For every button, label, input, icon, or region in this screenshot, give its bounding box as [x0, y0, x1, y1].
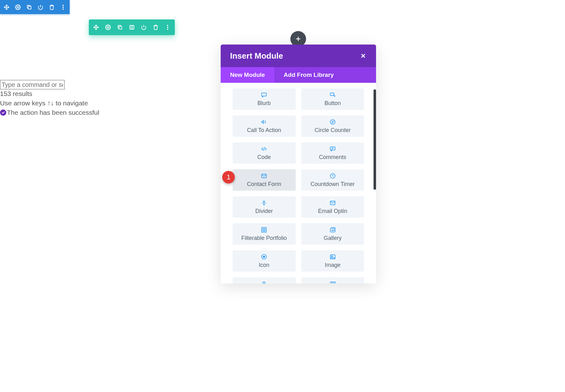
row-toolbar	[89, 19, 175, 35]
tab-new-module[interactable]: New Module	[221, 67, 274, 83]
move-icon[interactable]	[3, 4, 10, 11]
module-label: Call To Action	[247, 127, 281, 134]
svg-point-5	[107, 27, 109, 28]
results-count: 153 results	[0, 90, 32, 98]
module-label: Code	[257, 154, 271, 161]
svg-point-3	[62, 7, 64, 8]
module-label: Image	[325, 262, 341, 268]
section-toolbar	[0, 0, 70, 14]
tab-add-from-library[interactable]: Add From Library	[274, 67, 376, 83]
more-icon[interactable]	[60, 4, 67, 11]
svg-rect-14	[330, 147, 335, 150]
svg-point-10	[167, 29, 168, 30]
svg-point-8	[167, 25, 168, 26]
cursor-icon	[329, 92, 336, 98]
svg-rect-19	[265, 227, 266, 229]
module-comments[interactable]: Comments	[301, 142, 364, 164]
module-login[interactable]: Login	[233, 277, 296, 283]
module-label: Icon	[259, 262, 269, 268]
svg-point-0	[17, 6, 19, 8]
chat-icon	[261, 92, 267, 98]
svg-point-4	[62, 8, 64, 10]
image-icon	[329, 254, 336, 260]
duplicate-icon[interactable]	[26, 4, 33, 11]
code-icon	[261, 146, 267, 152]
svg-rect-11	[262, 93, 266, 96]
module-label: Blurb	[257, 100, 271, 107]
success-text: The action has been successful	[7, 109, 99, 116]
panel-header: Insert Module	[221, 45, 376, 67]
check-circle-icon	[0, 109, 6, 116]
command-search-input[interactable]	[0, 80, 65, 89]
columns-icon[interactable]	[128, 24, 135, 31]
module-label: Contact Form	[247, 181, 281, 188]
svg-point-26	[331, 256, 332, 257]
lock-icon	[261, 281, 267, 284]
image-stack-icon	[329, 227, 336, 233]
module-grid: BlurbButtonCall To ActionCircle CounterC…	[221, 83, 376, 283]
module-call-to-action[interactable]: Call To Action	[233, 115, 296, 137]
trash-icon[interactable]	[48, 4, 55, 11]
module-countdown-timer[interactable]: Countdown Timer	[301, 169, 364, 191]
divider-icon	[261, 200, 267, 206]
close-icon[interactable]	[360, 52, 367, 59]
target-icon	[261, 254, 267, 260]
success-message: The action has been successful	[0, 109, 99, 116]
svg-rect-18	[262, 227, 264, 229]
module-icon[interactable]: Icon	[233, 250, 296, 272]
module-label: Filterable Portfolio	[241, 235, 287, 241]
module-filterable-portfolio[interactable]: Filterable Portfolio	[233, 223, 296, 245]
move-icon[interactable]	[93, 24, 100, 31]
navigation-hint: Use arrow keys ↑↓ to navigate	[0, 99, 88, 107]
module-divider[interactable]: Divider	[233, 196, 296, 218]
trash-icon[interactable]	[152, 24, 159, 31]
module-label: Circle Counter	[315, 127, 351, 134]
map-icon	[329, 281, 336, 284]
module-label: Button	[325, 100, 341, 107]
megaphone-icon	[261, 119, 267, 125]
panel-scrollbar[interactable]	[374, 89, 376, 190]
svg-rect-6	[119, 26, 122, 29]
module-map[interactable]: Map	[301, 277, 364, 283]
panel-tabs: New Module Add From Library	[221, 67, 376, 83]
clock-icon	[329, 173, 336, 179]
comments-icon	[329, 146, 336, 152]
svg-point-2	[62, 5, 64, 6]
module-label: Email Optin	[318, 208, 347, 215]
svg-rect-21	[265, 230, 266, 232]
grid-icon	[261, 227, 267, 233]
module-label: Countdown Timer	[310, 181, 355, 188]
svg-rect-7	[130, 25, 134, 29]
more-icon[interactable]	[164, 24, 171, 31]
module-blurb[interactable]: Blurb	[233, 88, 296, 110]
module-circle-counter[interactable]: Circle Counter	[301, 115, 364, 137]
gear-icon[interactable]	[105, 24, 111, 31]
svg-point-24	[263, 256, 265, 257]
envelope-icon	[261, 173, 267, 179]
module-contact-form[interactable]: Contact Form	[233, 169, 296, 191]
module-label: Divider	[255, 208, 273, 215]
envelope-icon	[329, 200, 336, 206]
module-image[interactable]: Image	[301, 250, 364, 272]
insert-module-panel: Insert Module New Module Add From Librar…	[221, 45, 376, 283]
svg-point-9	[167, 27, 168, 28]
module-code[interactable]: Code	[233, 142, 296, 164]
module-label: Comments	[319, 154, 346, 161]
duplicate-icon[interactable]	[116, 24, 123, 31]
power-icon[interactable]	[37, 4, 44, 11]
circle-z-icon	[329, 119, 336, 125]
gear-icon[interactable]	[14, 4, 21, 11]
module-label: Gallery	[324, 235, 342, 241]
module-email-optin[interactable]: Email Optin	[301, 196, 364, 218]
module-gallery[interactable]: Gallery	[301, 223, 364, 245]
power-icon[interactable]	[140, 24, 147, 31]
step-marker-1: 1	[222, 171, 235, 183]
panel-title: Insert Module	[230, 51, 283, 61]
module-button[interactable]: Button	[301, 88, 364, 110]
svg-rect-20	[262, 230, 264, 232]
svg-rect-1	[28, 6, 31, 9]
